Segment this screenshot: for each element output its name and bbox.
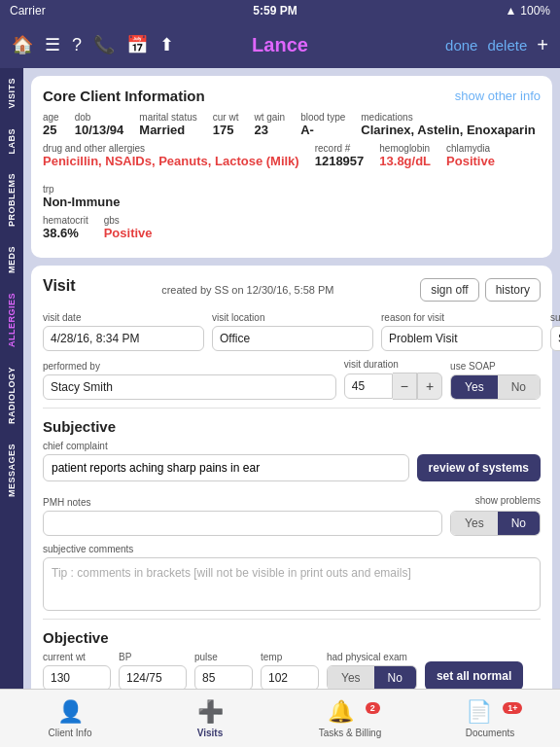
performed-by-group: performed by [43,361,336,400]
status-right: ▲ 100% [505,4,550,18]
signal-icon: ▲ [505,4,516,18]
calendar-icon[interactable]: 📅 [126,34,148,55]
nav-actions: done delete + [369,34,548,56]
objective-title: Objective [43,629,541,646]
visit-date-input[interactable] [43,326,204,351]
duration-input[interactable] [344,374,393,399]
tab-bar: 👤 Client Info ➕ Visits 🔔 2 Tasks & Billi… [0,689,560,747]
show-problems-no-button[interactable]: No [498,512,540,535]
supervised-by-group: supervised by [550,312,560,351]
soap-no-button[interactable]: No [498,375,540,399]
had-physical-yes-button[interactable]: Yes [328,666,374,689]
tasks-icon-wrap: 🔔 2 [328,699,372,725]
add-button[interactable]: + [537,34,548,56]
supervised-by-input[interactable] [550,326,560,351]
show-other-info-link[interactable]: show other info [455,89,541,103]
subjective-comments-group: subjective comments Tip : comments in br… [43,544,541,611]
pmh-notes-label: PMH notes [43,497,442,508]
pulse-group: pulse [194,652,253,689]
visit-meta: created by SS on 12/30/16, 5:58 PM [161,284,333,296]
core-client-header: Core Client Information show other info [43,88,541,104]
duration-minus-button[interactable]: − [393,373,417,400]
history-button[interactable]: history [485,278,541,302]
subjective-comments-input[interactable]: Tip : comments in brackets [will not be … [43,557,541,611]
sidebar-item-radiology[interactable]: Radiology [4,357,19,434]
phone-icon[interactable]: 📞 [93,34,115,55]
visit-header: Visit created by SS on 12/30/16, 5:58 PM… [43,277,541,302]
client-medications: medications Clarinex, Astelin, Enoxapari… [361,112,535,137]
pmh-notes-group: PMH notes [43,497,442,536]
done-button[interactable]: done [445,37,477,53]
help-icon[interactable]: ? [72,35,82,55]
sidebar-item-allergies[interactable]: Allergies [4,283,19,357]
client-drug-allergies: drug and other allergies Penicillin, NSA… [43,143,299,168]
divider-1 [43,408,541,409]
delete-button[interactable]: delete [487,37,527,53]
sidebar-item-problems[interactable]: Problems [4,163,19,236]
use-soap-group: use SOAP Yes No [450,361,541,400]
tab-tasks-label: Tasks & Billing [319,728,381,738]
visits-icon: ➕ [197,699,224,725]
chief-complaint-row: review of systems [43,454,541,481]
sidebar-item-messages[interactable]: Messages [4,434,19,507]
tab-client-info[interactable]: 👤 Client Info [0,694,140,744]
soap-yes-button[interactable]: Yes [451,375,498,399]
client-info-icon: 👤 [57,699,84,725]
battery-label: 100% [520,4,550,18]
client-gbs: GBS Positive [104,215,153,240]
sidebar-item-meds[interactable]: Meds [4,236,19,283]
objective-row: current wt BP pulse temp had physical ex… [43,652,541,689]
divider-2 [43,619,541,620]
client-info-row-2: drug and other allergies Penicillin, NSA… [43,143,541,209]
documents-badge: 1+ [503,702,522,714]
pmh-notes-input[interactable] [43,511,442,536]
client-dob: DOB 10/13/94 [75,112,124,137]
visit-location-input[interactable] [212,326,373,351]
bp-label: BP [119,652,187,662]
visit-duration-group: visit duration − + [344,359,442,400]
had-physical-toggle: Yes No [327,665,417,689]
reason-for-visit-input[interactable] [381,326,542,351]
supervised-by-label: supervised by [550,312,560,323]
show-problems-label: show problems [475,495,541,506]
tab-tasks-billing[interactable]: 🔔 2 Tasks & Billing [280,694,420,744]
had-physical-no-button[interactable]: No [374,666,416,689]
sign-off-button[interactable]: sign off [420,278,478,302]
temp-label: temp [261,652,319,662]
current-wt-label: current wt [43,652,111,662]
client-hematocrit: hematocrit 38.6% [43,215,88,240]
duration-plus-button[interactable]: + [417,373,442,400]
visit-form-row-1: visit date visit location reason for vis… [43,312,541,351]
sidebar: Visits Labs Problems Meds Allergies Radi… [0,68,23,689]
show-problems-group: show problems Yes No [450,495,541,536]
use-soap-label: use SOAP [450,361,541,372]
nav-title: Lance [191,34,369,56]
menu-icon[interactable]: ☰ [45,34,60,55]
home-icon[interactable]: 🏠 [12,34,33,55]
ros-button[interactable]: review of systems [417,454,541,481]
visit-location-label: visit location [212,312,373,323]
tab-visits[interactable]: ➕ Visits [140,694,280,744]
client-trp: trp Non-Immune [43,184,120,209]
performed-by-input[interactable] [43,374,336,400]
pulse-input[interactable] [194,665,253,689]
client-info-row-3: hematocrit 38.6% GBS Positive [43,215,541,240]
sidebar-item-labs[interactable]: Labs [4,119,19,164]
show-problems-yes-button[interactable]: Yes [451,512,498,535]
chief-complaint-input[interactable] [43,454,409,481]
chief-complaint-label: chief complaint [43,441,541,451]
tab-documents[interactable]: 📄 1+ Documents [420,694,560,744]
sidebar-item-visits[interactable]: Visits [4,68,19,119]
reason-for-visit-group: reason for visit [381,312,542,351]
time-label: 5:59 PM [253,4,297,18]
tab-documents-label: Documents [466,728,515,738]
client-chlamydia: chlamydia Positive [446,143,495,168]
visit-actions: sign off history [420,278,541,302]
bp-input[interactable] [119,665,187,689]
share-icon[interactable]: ⬆ [159,34,174,55]
main-layout: Visits Labs Problems Meds Allergies Radi… [0,68,560,689]
documents-icon: 📄 [466,699,492,724]
set-all-normal-button[interactable]: set all normal [425,661,523,689]
current-wt-input[interactable] [43,665,111,689]
temp-input[interactable] [261,665,319,689]
